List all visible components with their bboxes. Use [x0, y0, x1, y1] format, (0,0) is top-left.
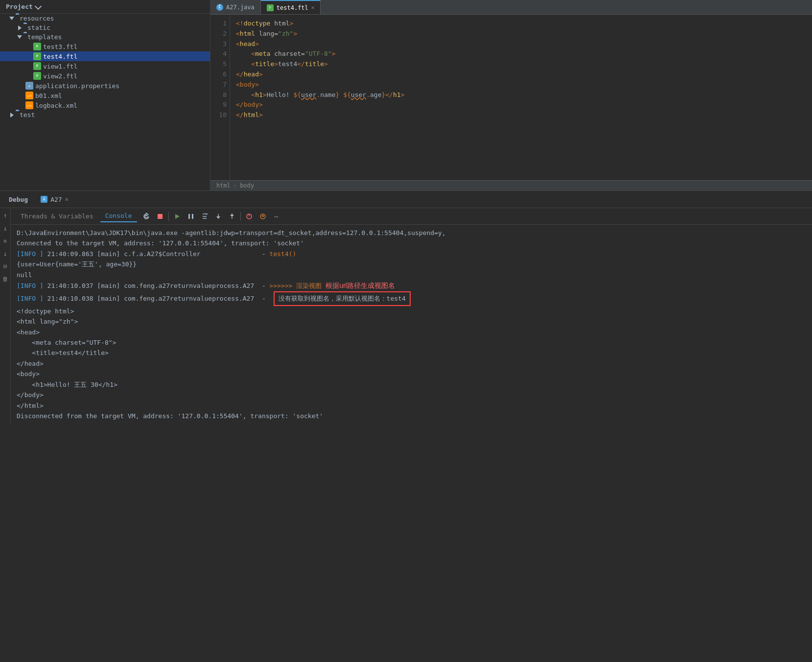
console-tab-bar: Threads & Variables Console: [11, 208, 812, 225]
tree-label: templates: [27, 33, 62, 41]
a27-tab[interactable]: A A27 ✕: [37, 194, 72, 205]
tab-bar: C A27.java F test4.ftl ✕: [210, 0, 812, 15]
code-content[interactable]: <!doctype html> <html lang="zh"> <head> …: [230, 15, 812, 180]
annotation-generate-view: 根据url路径生成视图名: [325, 280, 395, 291]
console-line: [INFO ] 21:40:10.038 [main] com.feng.a27…: [17, 291, 806, 306]
tree-item-view1ftl[interactable]: F view1.ftl: [0, 61, 210, 71]
delete-button[interactable]: 🗑: [1, 275, 10, 284]
a27-tab-label: A27: [50, 196, 62, 203]
code-line-9: </body>: [236, 100, 806, 110]
java-tab-icon: C: [216, 4, 223, 11]
tree-item-logbackxml[interactable]: </> logback.xml: [0, 100, 210, 110]
ftl-tab-icon: F: [267, 4, 274, 11]
xml-file-icon: </>: [25, 92, 33, 99]
refresh-button[interactable]: [141, 211, 152, 222]
resume-button[interactable]: [172, 211, 183, 222]
code-line-6: </head>: [236, 70, 806, 80]
xml-file-icon: </>: [25, 101, 33, 109]
ftl-file-icon: F: [33, 43, 41, 50]
more-button[interactable]: ⋯: [271, 211, 282, 222]
code-editor[interactable]: 1 2 3 4 5 6 7 8 9 10 <!doctype html> <ht…: [210, 15, 812, 180]
debug-bar: Debug A A27 ✕: [0, 191, 812, 208]
ftl-file-icon: F: [33, 52, 41, 60]
console-line: <title>test4</title>: [17, 348, 806, 358]
expand-icon: [16, 35, 23, 39]
close-icon[interactable]: ✕: [65, 196, 69, 203]
sidebar-header[interactable]: Project: [0, 0, 210, 14]
tree-label: view2.ftl: [43, 72, 77, 80]
tab-console[interactable]: Console: [100, 210, 137, 222]
ftl-file-icon: F: [33, 62, 41, 70]
tree-item-resources[interactable]: resources: [0, 14, 210, 23]
tree-item-templates[interactable]: templates: [0, 32, 210, 42]
chevron-down-icon: [35, 2, 42, 9]
tree-item-test4ftl[interactable]: F test4.ftl: [0, 51, 210, 61]
svg-rect-0: [158, 214, 162, 219]
tree-label: test: [20, 111, 35, 118]
tree-item-static[interactable]: static: [0, 23, 210, 32]
step-over-button[interactable]: [199, 211, 210, 222]
props-file-icon: ⚙: [25, 82, 33, 90]
debug-tab[interactable]: Debug: [5, 194, 32, 205]
download-button[interactable]: ↓: [1, 249, 10, 258]
tree-label: b01.xml: [35, 92, 62, 99]
console-line: <html lang="zh">: [17, 316, 806, 327]
tree-item-test3ftl[interactable]: F test3.ftl: [0, 42, 210, 51]
console-line: [INFO ] 21:40:10.037 [main] com.feng.a27…: [17, 280, 806, 291]
expand-icon: [8, 17, 16, 20]
console-line: <head>: [17, 327, 806, 337]
editor-breadcrumb: html › body: [210, 180, 812, 190]
tree-label: resources: [20, 15, 54, 22]
pause-button[interactable]: [186, 211, 196, 222]
step-into-button[interactable]: [213, 211, 224, 222]
settings-button[interactable]: ≡: [1, 236, 10, 245]
breadcrumb-body: body: [240, 182, 254, 189]
tree-label: logback.xml: [35, 102, 77, 109]
console-line: Disconnected from the target VM, address…: [17, 411, 806, 421]
stop-button[interactable]: [155, 211, 165, 222]
evaluate-button[interactable]: [257, 211, 268, 222]
console-line: <body>: [17, 369, 806, 379]
print-button[interactable]: ⊟: [1, 262, 10, 271]
separator: [240, 212, 241, 221]
tree-item-appprops[interactable]: ⚙ application.properties: [0, 81, 210, 91]
console-line: null: [17, 270, 806, 280]
run-to-cursor-button[interactable]: [244, 211, 255, 222]
tab-close-icon[interactable]: ✕: [311, 4, 315, 11]
console-area: Threads & Variables Console: [11, 208, 812, 425]
tree-item-view2ftl[interactable]: F view2.ftl: [0, 71, 210, 81]
step-out-button[interactable]: [227, 211, 237, 222]
tree-label: application.properties: [35, 82, 119, 90]
console-line: {user=User{name='王五', age=30}}: [17, 259, 806, 269]
tree-label: test3.ftl: [43, 43, 77, 50]
console-line: <h1>Hello! 王五 30</h1>: [17, 379, 806, 390]
console-line: [INFO ] 21:40:09.863 [main] c.f.a.A27$Co…: [17, 249, 806, 259]
code-line-3: <head>: [236, 39, 806, 49]
left-panel: ↑ ↓ ≡ ↓ ⊟ 🗑: [0, 208, 11, 425]
tab-test4ftl[interactable]: F test4.ftl ✕: [261, 0, 321, 14]
tab-threads-variables[interactable]: Threads & Variables: [16, 211, 98, 222]
scroll-down-button[interactable]: ↓: [1, 224, 10, 233]
project-sidebar: Project resources static templates F tes…: [0, 0, 210, 190]
line-numbers: 1 2 3 4 5 6 7 8 9 10: [210, 15, 230, 180]
svg-marker-1: [175, 214, 180, 219]
console-line: <!doctype html>: [17, 306, 806, 316]
console-output[interactable]: D:\JavaEnvironment\Java\JDK17\bin\java.e…: [11, 225, 812, 425]
console-line: <meta charset="UTF-8">: [17, 337, 806, 348]
ftl-file-icon: F: [33, 72, 41, 80]
tree-item-b01xml[interactable]: </> b01.xml: [0, 91, 210, 100]
console-line: </html>: [17, 401, 806, 411]
tree-label: view1.ftl: [43, 63, 77, 70]
code-line-8: <h1>Hello! ${user.name} ${user.age}</h1>: [236, 90, 806, 100]
scroll-up-button[interactable]: ↑: [1, 211, 10, 220]
tab-a27java[interactable]: C A27.java: [210, 0, 261, 14]
expand-icon: [16, 25, 23, 30]
project-label: Project: [6, 3, 33, 10]
svg-rect-2: [188, 214, 190, 219]
console-line: D:\JavaEnvironment\Java\JDK17\bin\java.e…: [17, 228, 806, 238]
tree-label: test4.ftl: [43, 53, 77, 60]
tree-item-test[interactable]: test: [0, 110, 210, 119]
annotation-default-view: 没有获取到视图名，采用默认视图名：test4: [274, 291, 411, 306]
code-line-10: </html>: [236, 110, 806, 120]
expand-icon: [8, 113, 16, 118]
